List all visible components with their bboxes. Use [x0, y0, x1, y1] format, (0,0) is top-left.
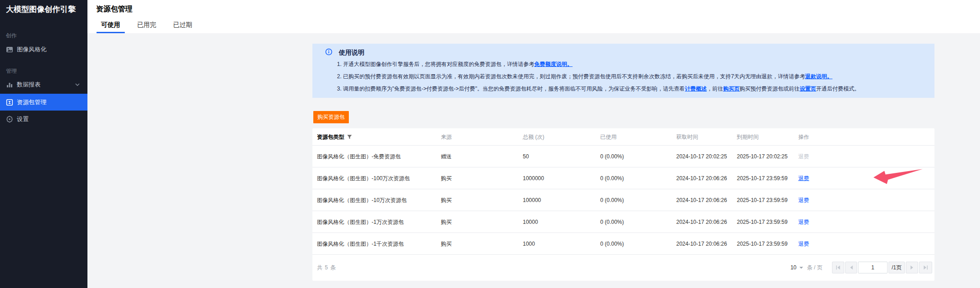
- content-panel: 使用说明 1. 开通大模型图像创作引擎服务后，您将拥有对应额度的免费资源包，详情…: [312, 44, 934, 98]
- link-free-quota[interactable]: 免费额度说明。: [534, 61, 572, 67]
- notice-lines: 1. 开通大模型图像创作引擎服务后，您将拥有对应额度的免费资源包，详情请参考免费…: [337, 58, 860, 95]
- refund-link[interactable]: 退费: [798, 240, 809, 248]
- column-used: 已使用: [600, 133, 617, 141]
- cell-source: 购买: [441, 218, 452, 226]
- sidebar-item-label: 图像风格化: [17, 45, 46, 54]
- filter-icon[interactable]: [347, 134, 352, 139]
- table-row: 图像风格化（图生图）-1万次资源包 购买 10000 0 (0.00%) 202…: [312, 211, 934, 233]
- cell-expires: 2025-10-17 20:02:25: [737, 153, 787, 160]
- cell-used: 0 (0.00%): [600, 219, 624, 225]
- link-billing-overview[interactable]: 计费概述: [685, 86, 707, 92]
- cell-expires: 2025-10-17 23:59:59: [737, 197, 787, 203]
- sidebar-item-settings[interactable]: 设置: [0, 111, 87, 127]
- cell-expires: 2025-10-17 23:59:59: [737, 175, 787, 182]
- sidebar-item-label: 设置: [17, 115, 29, 123]
- notice-line-2: 2. 已购买的预付费资源包有效期以页面显示为准，有效期内若资源包次数未使用完，则…: [337, 71, 860, 83]
- cell-total: 10000: [523, 219, 538, 225]
- sidebar-item-data-report[interactable]: 数据报表: [0, 76, 87, 93]
- cell-acquired: 2024-10-17 20:06:26: [676, 219, 727, 225]
- cell-source: 购买: [441, 174, 452, 182]
- sidebar-title: 大模型图像创作引擎: [6, 4, 76, 15]
- sidebar-item-label: 资源包管理: [17, 98, 46, 106]
- cell-expires: 2025-10-17 23:59:59: [737, 241, 787, 247]
- page-nav-group: 1 /1页: [832, 262, 932, 273]
- table-card: 资源包类型 来源 总额 (次) 已使用 获取时间 到期时间 操作 图像风格化（图…: [312, 128, 934, 281]
- sidebar-item-label: 数据报表: [17, 81, 41, 89]
- sidebar-section-manage: 管理: [6, 67, 17, 75]
- link-settings-page[interactable]: 设置页: [800, 86, 816, 92]
- chevron-down-icon: [75, 83, 80, 86]
- column-total: 总额 (次): [523, 133, 544, 141]
- notice-title: 使用说明: [339, 49, 364, 57]
- tabs: 可使用 已用完 已过期: [101, 21, 209, 33]
- link-refund-note[interactable]: 退款说明。: [805, 73, 832, 80]
- cell-acquired: 2024-10-17 20:06:26: [676, 175, 727, 182]
- notice-line-1: 1. 开通大模型图像创作引擎服务后，您将拥有对应额度的免费资源包，详情请参考免费…: [337, 58, 860, 71]
- refund-link[interactable]: 退费: [798, 196, 809, 204]
- cell-type: 图像风格化（图生图）-10万次资源包: [317, 196, 407, 204]
- next-page-button[interactable]: [906, 262, 918, 273]
- cell-used: 0 (0.00%): [600, 175, 624, 182]
- topbar: 资源包管理 可使用 已用完 已过期: [87, 0, 980, 33]
- cell-type: 图像风格化（图生图）-免费资源包: [317, 152, 401, 160]
- column-type: 资源包类型: [317, 133, 352, 141]
- page-title: 资源包管理: [96, 5, 133, 14]
- refund-link[interactable]: 退费: [798, 218, 809, 226]
- sidebar: 大模型图像创作引擎 创作 图像风格化 管理 数据报表 资源包管理: [0, 0, 87, 288]
- table-row: 图像风格化（图生图）-10万次资源包 购买 100000 0 (0.00%) 2…: [312, 189, 934, 211]
- cell-total: 1000000: [523, 175, 544, 182]
- page-input[interactable]: 1: [858, 262, 888, 273]
- cell-source: 赠送: [441, 152, 452, 160]
- column-action: 操作: [798, 133, 809, 141]
- cell-total: 50: [523, 153, 529, 160]
- app: 大模型图像创作引擎 创作 图像风格化 管理 数据报表 资源包管理: [0, 0, 980, 288]
- cell-type: 图像风格化（图生图）-100万次资源包: [317, 174, 410, 182]
- tab-available[interactable]: 可使用: [101, 21, 120, 33]
- column-acquired: 获取时间: [676, 133, 698, 141]
- prev-page-button[interactable]: [845, 262, 857, 273]
- cell-source: 购买: [441, 196, 452, 204]
- cell-type: 图像风格化（图生图）-1千次资源包: [317, 240, 404, 248]
- cell-expires: 2025-10-17 23:59:59: [737, 219, 787, 225]
- table-row: 图像风格化（图生图）-1千次资源包 购买 1000 0 (0.00%) 2024…: [312, 233, 934, 255]
- main: 资源包管理 可使用 已用完 已过期 使用说明 1. 开通大模型图像创作引擎服务后…: [87, 0, 980, 288]
- last-page-button[interactable]: [919, 262, 932, 273]
- buy-resource-package-button[interactable]: 购买资源包: [313, 111, 349, 123]
- sidebar-item-image-style[interactable]: 图像风格化: [0, 41, 87, 58]
- cell-used: 0 (0.00%): [600, 153, 624, 160]
- cell-total: 100000: [523, 197, 541, 203]
- sidebar-section-create: 创作: [6, 32, 17, 40]
- cell-acquired: 2024-10-17 20:06:26: [676, 241, 727, 247]
- page-size-value[interactable]: 10: [791, 264, 796, 271]
- pagination: 共 5 条 10 条 / 页 1 /1页: [312, 255, 934, 280]
- total-pages: /1页: [888, 262, 905, 273]
- cell-used: 0 (0.00%): [600, 241, 624, 247]
- bar-chart-icon: [6, 81, 13, 88]
- table-row: 图像风格化（图生图）-免费资源包 赠送 50 0 (0.00%) 2024-10…: [312, 146, 934, 167]
- tab-expired[interactable]: 已过期: [173, 21, 192, 33]
- per-page-label: 条 / 页: [807, 264, 822, 272]
- first-page-button[interactable]: [832, 262, 844, 273]
- image-icon: [6, 46, 13, 53]
- sidebar-item-resource-package[interactable]: 资源包管理: [0, 94, 87, 111]
- gear-icon: [6, 116, 13, 123]
- total-count: 共 5 条: [317, 264, 336, 272]
- link-purchase-page[interactable]: 购买页: [723, 86, 740, 92]
- notice-line-3: 3. 调用量的扣费顺序为"免费资源包->付费资源包->后付费"。当您的免费资源包…: [337, 83, 860, 95]
- cell-total: 1000: [523, 241, 535, 247]
- cell-used: 0 (0.00%): [600, 197, 624, 203]
- usage-notice: 使用说明 1. 开通大模型图像创作引擎服务后，您将拥有对应额度的免费资源包，详情…: [312, 44, 934, 98]
- column-expires: 到期时间: [737, 133, 759, 141]
- table-row: 图像风格化（图生图）-100万次资源包 购买 1000000 0 (0.00%)…: [312, 167, 934, 189]
- cell-type: 图像风格化（图生图）-1万次资源包: [317, 218, 404, 226]
- caret-down-icon[interactable]: [799, 267, 803, 269]
- cell-source: 购买: [441, 240, 452, 248]
- tab-used-up[interactable]: 已用完: [137, 21, 156, 33]
- info-icon: [325, 48, 332, 57]
- refund-link-disabled: 退费: [798, 152, 809, 160]
- pagination-controls: 10 条 / 页 1 /1页: [791, 262, 932, 273]
- resource-package-icon: [6, 99, 13, 106]
- table-header: 资源包类型 来源 总额 (次) 已使用 获取时间 到期时间 操作: [312, 128, 934, 146]
- refund-link[interactable]: 退费: [798, 174, 809, 182]
- cell-acquired: 2024-10-17 20:02:25: [676, 153, 727, 160]
